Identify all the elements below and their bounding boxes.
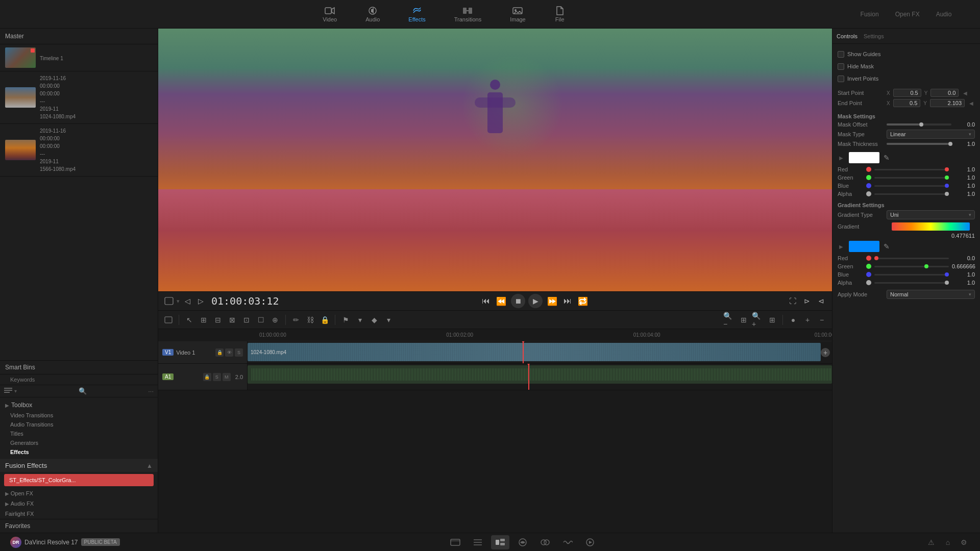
gradient-bar[interactable] [892,222,970,231]
prev-mark-btn[interactable]: ◁ [182,295,193,307]
next-frame-btn[interactable]: ⏩ [546,295,559,308]
apply-mode-dropdown[interactable]: Normal ▾ [887,290,975,299]
flag-btn[interactable]: ⚑ [339,314,352,326]
hand-tool[interactable]: ☐ [255,314,267,326]
clip-view-btn[interactable] [163,295,175,307]
minus-btn[interactable]: − [816,314,828,326]
mask-type-dropdown[interactable]: Linear ▾ [887,130,975,139]
bottom-nav-media[interactable] [446,535,464,549]
track-add-btn[interactable]: + [821,348,830,357]
show-guides-checkbox[interactable] [838,51,844,58]
select-tool[interactable]: ↖ [183,314,195,326]
video-clip[interactable]: 1024-1080.mp4 [248,343,821,361]
end-y-value[interactable]: 2.103 [930,99,965,107]
zoom-fullfit-btn[interactable]: ⊞ [766,314,778,326]
audio-m-icon[interactable]: M [223,373,231,381]
timeline-view-btn[interactable] [162,314,175,326]
end-x-value[interactable]: 0.5 [893,99,921,107]
start-y-value[interactable]: 0.0 [930,89,959,97]
effects-menu-icon[interactable]: ··· [148,387,154,395]
trim-tool[interactable]: ⊞ [198,314,210,326]
audio-lock-icon[interactable]: 🔒 [203,373,211,381]
fullscreen-btn[interactable]: ⛶ [787,295,798,307]
nav-file[interactable]: File [550,4,570,24]
toolbox-item-effects[interactable]: Effects [0,447,158,457]
list-item[interactable]: Timeline 1 [0,44,158,71]
bottom-nav-edit[interactable] [491,535,509,549]
nav-audio[interactable]: Audio [361,4,384,24]
hide-mask-checkbox[interactable] [838,63,844,70]
blue-slider[interactable] [874,185,949,187]
start-point-expand[interactable]: ◀ [962,89,969,96]
mark-out-btn[interactable]: ⊲ [816,295,827,307]
topright-tab-fusion[interactable]: Fusion [852,9,887,20]
swatch2-expand[interactable]: ▶ [838,243,845,250]
alpha-slider[interactable] [874,193,949,195]
toolbox-item-open-fx[interactable]: ▶ Open FX [0,488,158,498]
stop-btn[interactable]: ⏹ [511,294,525,308]
goto-start-btn[interactable]: ⏮ [480,295,492,307]
nav-image[interactable]: Image [506,4,530,24]
tab-controls[interactable]: Controls [837,32,857,40]
color-swatch-2[interactable] [849,241,879,252]
zoom-out-btn[interactable]: 🔍− [723,314,736,326]
link-tool[interactable]: ⛓ [304,314,316,326]
marker-btn[interactable]: ◆ [368,314,380,326]
settings-icon[interactable]: ⚙ [959,537,970,548]
nav-effects[interactable]: Effects [404,4,429,24]
swatch1-expand[interactable]: ▶ [838,154,845,161]
bottom-nav-fusion[interactable] [513,535,532,549]
nav-video[interactable]: Video [318,4,341,24]
flag-dropdown[interactable]: ▾ [354,314,366,326]
eyedropper-btn-1[interactable]: ✎ [884,154,890,162]
bottom-nav-color[interactable] [536,535,554,549]
nav-transitions[interactable]: Transitions [450,4,485,24]
toolbox-title[interactable]: ▶ Toolbox [0,399,158,411]
dynamic-trim-tool[interactable]: ⊟ [212,314,224,326]
prev-frame-btn[interactable]: ⏪ [495,295,508,308]
warning-icon[interactable]: ⚠ [926,537,937,548]
slice-tool[interactable]: ⊠ [226,314,238,326]
track-eye-icon[interactable]: 👁 [225,348,233,357]
invert-points-checkbox[interactable] [838,76,844,82]
toolbox-item-audio-fx[interactable]: ▶ Audio FX [0,498,158,509]
marker-dropdown[interactable]: ▾ [382,314,395,326]
track-lock-icon[interactable]: 🔒 [215,348,224,357]
toolbox-item-audio-transitions[interactable]: Audio Transitions [0,420,158,429]
color-swatch-1[interactable] [849,152,879,163]
topright-tab-audio[interactable]: Audio [928,9,960,20]
gradient-type-dropdown[interactable]: Uni ▾ [887,210,975,219]
audio-clip[interactable] [248,365,832,384]
bottom-nav-cut[interactable] [469,535,487,549]
home-icon[interactable]: ⌂ [942,537,953,548]
mask-thickness-slider[interactable] [887,143,951,145]
alpha2-slider[interactable] [874,282,949,284]
eyedropper-btn-2[interactable]: ✎ [884,242,890,251]
tab-settings[interactable]: Settings [864,32,884,40]
toolbox-item-generators[interactable]: Generators [0,438,158,447]
next-mark-btn[interactable]: ▷ [195,295,206,307]
audio-eye-icon[interactable]: S [213,373,221,381]
goto-end-btn[interactable]: ⏭ [562,295,573,307]
view-dropdown-arrow[interactable]: ▾ [177,298,180,305]
track-solo-icon[interactable]: S [235,348,243,357]
zoom-tool[interactable]: ⊕ [269,314,281,326]
list-item[interactable]: 2019-11-16 00:00:00 00:00:00 --- 2019-11… [0,124,158,177]
end-point-expand[interactable]: ◀ [968,99,975,107]
topright-tab-openfx[interactable]: Open FX [887,9,928,20]
mask-offset-slider[interactable] [887,123,951,126]
toolbox-item-titles[interactable]: Titles [0,429,158,438]
start-x-value[interactable]: 0.5 [893,89,921,97]
zoom-in-btn[interactable]: 🔍+ [752,314,764,326]
mark-in-btn[interactable]: ⊳ [801,295,813,307]
effects-search[interactable]: 🔍 [79,387,87,395]
green-slider[interactable] [874,177,949,179]
green2-slider[interactable] [874,266,949,267]
loop-btn[interactable]: 🔁 [576,295,590,308]
bottom-nav-deliver[interactable] [581,535,599,549]
draw-mask-tool[interactable]: ✏ [290,314,302,326]
add-mark-btn[interactable]: + [801,314,814,326]
list-item[interactable]: 2019-11-16 00:00:00 00:00:00 --- 2019-11… [0,71,158,124]
erase-tool[interactable]: ⊡ [240,314,253,326]
red2-slider[interactable] [874,258,949,259]
